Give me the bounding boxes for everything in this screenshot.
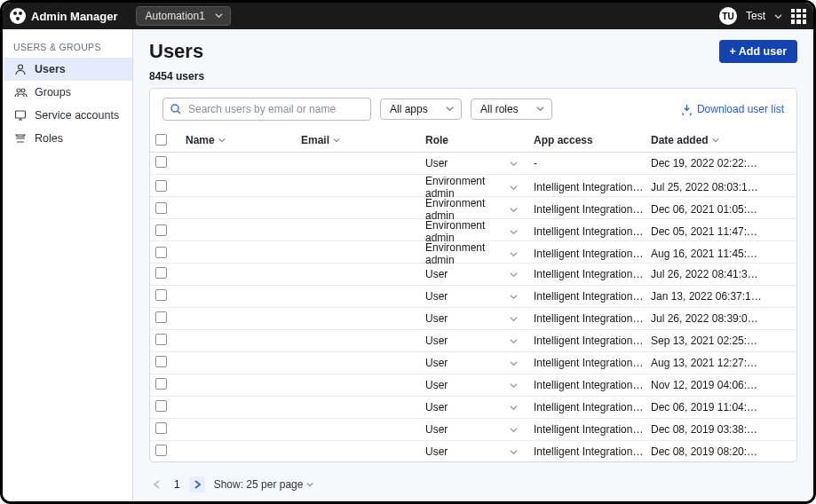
row-checkbox[interactable] <box>155 289 167 301</box>
sidebar-item-service-accounts[interactable]: Service accounts <box>3 104 132 127</box>
app-access-value: Intelligent Integration Platfo... <box>534 335 651 347</box>
chevron-down-icon[interactable] <box>510 337 518 345</box>
row-checkbox[interactable] <box>155 378 167 390</box>
service-account-icon <box>13 108 28 122</box>
chevron-down-icon[interactable] <box>510 228 518 236</box>
chevron-down-icon[interactable] <box>510 250 518 258</box>
workspace-label: Automation1 <box>146 10 205 22</box>
col-role: Role <box>425 134 534 146</box>
svg-point-3 <box>19 65 23 69</box>
chevron-down-icon[interactable] <box>510 382 518 390</box>
role-value: User <box>425 401 448 413</box>
roles-filter[interactable]: All roles <box>471 98 552 120</box>
col-app-access: App access <box>534 134 651 146</box>
user-avatar[interactable]: TU <box>719 7 737 25</box>
row-checkbox[interactable] <box>155 247 167 258</box>
role-value: User <box>425 312 448 325</box>
chevron-down-icon[interactable] <box>510 448 518 456</box>
svg-point-2 <box>16 17 20 20</box>
date-added-value: Jul 26, 2022 08:41:38 AM <box>651 268 768 280</box>
user-name[interactable]: Test <box>746 10 765 22</box>
user-count: 8454 users <box>133 70 813 88</box>
col-email[interactable]: Email <box>301 134 425 146</box>
row-checkbox[interactable] <box>155 202 167 214</box>
sidebar-item-roles[interactable]: Roles <box>3 127 132 150</box>
pager-prev[interactable] <box>149 476 165 492</box>
pager-next[interactable] <box>189 476 205 492</box>
brand-icon <box>10 8 26 24</box>
app-access-value: Intelligent Integration Platfo... <box>534 445 651 458</box>
table-row[interactable]: UserIntelligent Integration Platfo...Dec… <box>150 441 796 461</box>
row-checkbox[interactable] <box>155 445 167 456</box>
sidebar-item-users[interactable]: Users <box>3 58 132 81</box>
row-checkbox[interactable] <box>155 422 167 434</box>
table-row[interactable]: Environment adminIntelligent Integration… <box>150 197 796 219</box>
table-row[interactable]: UserIntelligent Integration Platfo...Jan… <box>150 286 796 308</box>
date-added-value: Dec 19, 2022 02:22:41 AM <box>651 157 768 169</box>
table-row[interactable]: UserIntelligent Integration Platfo...Sep… <box>150 330 796 352</box>
table-row[interactable]: UserIntelligent Integration Platfo...Aug… <box>150 352 796 374</box>
pager-current: 1 <box>174 478 180 491</box>
table-row[interactable]: UserIntelligent Integration Platfo...Dec… <box>150 419 796 441</box>
table-row[interactable]: Environment adminIntelligent Integration… <box>150 219 796 241</box>
svg-point-7 <box>171 105 178 112</box>
chevron-down-icon[interactable] <box>510 271 518 279</box>
table-row[interactable]: UserIntelligent Integration Platfo...Nov… <box>150 374 796 397</box>
workspace-select[interactable]: Automation1 <box>136 6 231 26</box>
select-all-checkbox[interactable] <box>155 134 167 146</box>
download-user-list[interactable]: Download user list <box>681 103 784 115</box>
row-checkbox[interactable] <box>155 180 167 192</box>
apps-filter[interactable]: All apps <box>380 98 462 120</box>
app-access-value: Intelligent Integration Platfo... <box>534 248 651 260</box>
chevron-down-icon[interactable] <box>510 315 518 323</box>
table-row[interactable]: UserIntelligent Integration Platfo...Jul… <box>150 264 796 286</box>
svg-point-5 <box>21 89 25 92</box>
chevron-down-icon[interactable] <box>510 184 518 192</box>
group-icon <box>13 85 28 99</box>
date-added-value: Dec 05, 2021 11:47:25 PM <box>651 225 768 238</box>
row-checkbox[interactable] <box>155 334 167 345</box>
users-panel: All apps All roles Download user list Na… <box>149 88 797 462</box>
app-access-value: Intelligent Integration Platfo... <box>534 203 651 216</box>
role-value: User <box>425 335 448 347</box>
row-checkbox[interactable] <box>155 311 167 323</box>
sidebar-item-groups[interactable]: Groups <box>3 81 132 104</box>
chevron-down-icon[interactable] <box>510 404 518 412</box>
date-added-value: Dec 06, 2019 11:04:57 AM <box>651 401 768 413</box>
row-checkbox[interactable] <box>155 400 167 412</box>
apps-grid-icon[interactable] <box>791 9 806 24</box>
chevron-down-icon <box>215 12 223 20</box>
search-input[interactable] <box>162 98 371 121</box>
chevron-down-icon[interactable] <box>510 206 518 214</box>
table-row[interactable]: Environment adminIntelligent Integration… <box>150 241 796 264</box>
chevron-down-icon[interactable] <box>510 426 518 434</box>
row-checkbox[interactable] <box>155 267 167 279</box>
app-access-value: Intelligent Integration Platfo... <box>534 181 651 193</box>
chevron-down-icon <box>536 105 544 113</box>
row-checkbox[interactable] <box>155 356 167 367</box>
col-date-added[interactable]: Date added <box>651 134 768 146</box>
chevron-down-icon[interactable] <box>510 293 518 301</box>
chevron-down-icon <box>774 12 782 20</box>
role-value: User <box>425 357 448 369</box>
date-added-value: Sep 13, 2021 02:25:16 PM <box>651 335 768 347</box>
role-value: User <box>425 445 448 458</box>
row-checkbox[interactable] <box>155 224 167 236</box>
role-value: User <box>425 423 448 436</box>
chevron-down-icon[interactable] <box>510 160 518 168</box>
chevron-down-icon[interactable] <box>510 359 518 367</box>
role-value: Environment admin <box>425 219 510 244</box>
brand: Admin Manager <box>10 8 118 24</box>
table-row[interactable]: UserIntelligent Integration Platfo...Dec… <box>150 397 796 419</box>
app-access-value: Intelligent Integration Platfo... <box>534 423 651 436</box>
search-icon <box>170 103 182 115</box>
sidebar: USERS & GROUPS Users Groups Service acco… <box>3 29 133 501</box>
table-row[interactable]: UserIntelligent Integration Platfo...Jul… <box>150 308 796 330</box>
table-row[interactable]: User-Dec 19, 2022 02:22:41 AM <box>150 153 796 175</box>
pager-per-page[interactable]: Show: 25 per page <box>214 478 314 491</box>
pager: 1 Show: 25 per page <box>133 469 813 501</box>
col-name[interactable]: Name <box>186 134 301 146</box>
row-checkbox[interactable] <box>155 156 167 168</box>
add-user-button[interactable]: + Add user <box>719 40 797 63</box>
table-row[interactable]: Environment adminIntelligent Integration… <box>150 175 796 197</box>
